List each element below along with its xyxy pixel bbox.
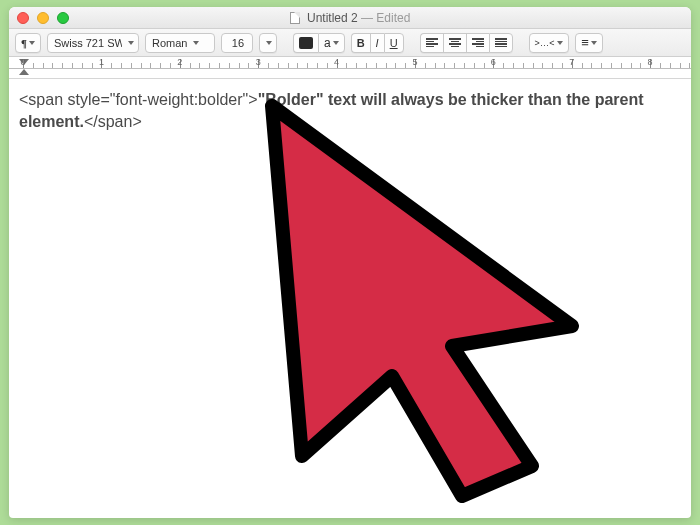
- code-close-tag: </span>: [84, 113, 142, 130]
- align-justify-button[interactable]: [489, 33, 513, 53]
- font-family-value: Swiss 721 SWA: [54, 37, 122, 49]
- zoom-icon[interactable]: [57, 12, 69, 24]
- font-size-stepper[interactable]: [259, 33, 277, 53]
- font-size-input[interactable]: 16: [221, 33, 253, 53]
- bold-label: B: [357, 37, 365, 49]
- chevron-down-icon: [29, 41, 35, 45]
- align-justify-icon: [495, 38, 507, 47]
- document-icon: [290, 12, 300, 24]
- titlebar[interactable]: Untitled 2 — Edited: [9, 7, 691, 29]
- text-color-sample: a: [324, 36, 331, 50]
- list-button[interactable]: ≡: [575, 33, 603, 53]
- align-left-icon: [426, 38, 438, 47]
- list-icon: ≡: [581, 35, 589, 50]
- ruler-number: 5: [412, 57, 417, 67]
- chevron-down-icon: [128, 41, 134, 45]
- edited-indicator: — Edited: [358, 11, 411, 25]
- paragraph-styles-button[interactable]: ¶: [15, 33, 41, 53]
- align-center-icon: [449, 38, 461, 47]
- ruler-number: 2: [177, 57, 182, 67]
- ruler-number: 1: [99, 57, 104, 67]
- underline-button[interactable]: U: [384, 33, 404, 53]
- text-color-sample-button[interactable]: a: [318, 33, 345, 53]
- underline-label: U: [390, 37, 398, 49]
- italic-label: I: [376, 37, 379, 49]
- text-editor-window: Untitled 2 — Edited ¶ Swiss 721 SWA Roma…: [9, 7, 691, 518]
- font-style-value: Roman: [152, 37, 187, 49]
- ruler-number: 6: [491, 57, 496, 67]
- font-family-select[interactable]: Swiss 721 SWA: [47, 33, 139, 53]
- window-title: Untitled 2 — Edited: [9, 11, 691, 25]
- ruler-number: 3: [256, 57, 261, 67]
- document-title: Untitled 2: [307, 11, 358, 25]
- spacing-label: >...<: [535, 38, 556, 48]
- chevron-down-icon: [266, 41, 272, 45]
- color-swatch-icon: [299, 37, 313, 49]
- align-center-button[interactable]: [443, 33, 466, 53]
- ruler-number: 4: [334, 57, 339, 67]
- code-open-tag: <span style="font-weight:bolder">: [19, 91, 258, 108]
- italic-button[interactable]: I: [370, 33, 384, 53]
- text-color-button[interactable]: [293, 33, 318, 53]
- spacing-button[interactable]: >...<: [529, 33, 570, 53]
- chevron-down-icon: [333, 41, 339, 45]
- chevron-down-icon: [193, 41, 199, 45]
- horizontal-ruler[interactable]: 012345678: [9, 57, 691, 79]
- pilcrow-icon: ¶: [21, 37, 27, 49]
- align-right-button[interactable]: [466, 33, 489, 53]
- window-controls: [17, 12, 69, 24]
- bold-button[interactable]: B: [351, 33, 370, 53]
- alignment-group: [420, 33, 513, 53]
- formatting-toolbar: ¶ Swiss 721 SWA Roman 16 a: [9, 29, 691, 57]
- document-body[interactable]: <span style="font-weight:bolder">"Bolder…: [9, 79, 691, 518]
- font-style-select[interactable]: Roman: [145, 33, 215, 53]
- minimize-icon[interactable]: [37, 12, 49, 24]
- text-color-group: a: [293, 33, 345, 53]
- ruler-number: 8: [648, 57, 653, 67]
- align-left-button[interactable]: [420, 33, 443, 53]
- close-icon[interactable]: [17, 12, 29, 24]
- ruler-number: 7: [569, 57, 574, 67]
- left-indent-marker[interactable]: [19, 69, 29, 75]
- text-style-group: B I U: [351, 33, 404, 53]
- chevron-down-icon: [557, 41, 563, 45]
- font-size-value: 16: [232, 37, 244, 49]
- chevron-down-icon: [591, 41, 597, 45]
- align-right-icon: [472, 38, 484, 47]
- ruler-number: 0: [20, 57, 25, 67]
